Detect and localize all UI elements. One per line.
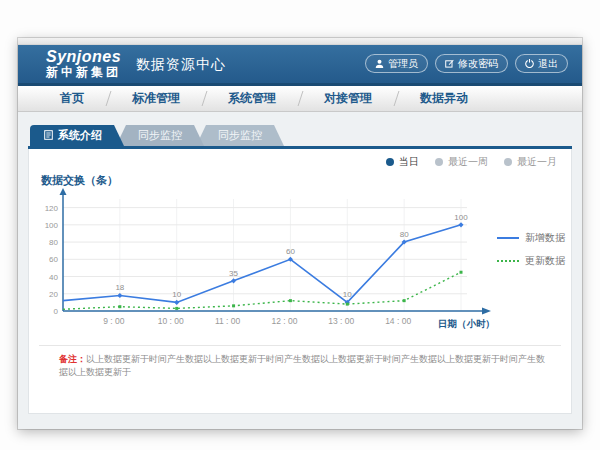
svg-text:60: 60 (49, 255, 58, 264)
svg-text:35: 35 (229, 269, 238, 278)
note-text: 以上数据更新于时间产生数据以上数据更新于时间产生数据以上数据更新于时间产生数据以… (59, 354, 545, 377)
content-area: 系统介绍 同步监控 同步监控 当日 最 (18, 112, 582, 428)
svg-text:100: 100 (454, 213, 468, 222)
radio-dot (504, 158, 512, 166)
app-window: Synjones 新中新集团 数据资源中心 管理员 修改密码 (18, 38, 582, 429)
user-area: 管理员 修改密码 退出 (365, 54, 568, 73)
screenshot-canvas: Synjones 新中新集团 数据资源中心 管理员 修改密码 (0, 0, 600, 450)
logo-text-cn: 新中新集团 (46, 65, 121, 79)
svg-text:20: 20 (49, 290, 58, 299)
change-password-label: 修改密码 (458, 57, 498, 71)
svg-text:日期（小时）: 日期（小时） (438, 318, 495, 330)
svg-text:12 : 00: 12 : 00 (271, 316, 297, 326)
radio-dot (435, 158, 443, 166)
radio-last-week[interactable]: 最近一周 (435, 155, 488, 169)
svg-text:60: 60 (286, 247, 295, 256)
tab-sync-monitor-1[interactable]: 同步监控 (116, 125, 204, 146)
chart-panel: 当日 最近一周 最近一月 数据交换（条） 0204060801001209 : … (28, 149, 572, 414)
legend-item-new-data: 新增数据 (497, 231, 565, 245)
nav-item-standard-mgmt[interactable]: 标准管理 (108, 86, 204, 111)
radio-last-month-label: 最近一月 (517, 155, 557, 169)
admin-user-label: 管理员 (388, 57, 418, 71)
svg-text:120: 120 (45, 204, 59, 213)
tab-bar: 系统介绍 同步监控 同步监控 (30, 125, 284, 146)
svg-text:10: 10 (172, 290, 181, 299)
legend-line-solid (497, 237, 519, 239)
svg-text:13 : 00: 13 : 00 (328, 316, 354, 326)
svg-text:10: 10 (343, 290, 352, 299)
svg-text:14 : 00: 14 : 00 (385, 316, 411, 326)
legend-updated-data-label: 更新数据 (525, 254, 565, 268)
user-icon (375, 59, 384, 68)
svg-text:10 : 00: 10 : 00 (158, 316, 184, 326)
document-icon (44, 130, 53, 142)
legend-new-data-label: 新增数据 (525, 231, 565, 245)
admin-user-button[interactable]: 管理员 (365, 54, 428, 73)
nav-item-integration-mgmt[interactable]: 对接管理 (300, 86, 396, 111)
svg-text:100: 100 (45, 221, 59, 230)
chart-area: 0204060801001209 : 0010 : 0011 : 0012 : … (35, 187, 505, 339)
radio-today-label: 当日 (399, 155, 419, 169)
panel-divider (39, 345, 561, 346)
nav-item-data-change[interactable]: 数据异动 (396, 86, 492, 111)
tab-sync-monitor-2-label: 同步监控 (218, 128, 262, 143)
main-nav: 首页 标准管理 系统管理 对接管理 数据异动 (18, 86, 582, 112)
legend-item-updated-data: 更新数据 (497, 254, 565, 268)
logout-button[interactable]: 退出 (515, 54, 568, 73)
page-title: 数据资源中心 (136, 56, 226, 74)
tab-sync-monitor-2[interactable]: 同步监控 (196, 125, 284, 146)
brand-logo: Synjones 新中新集团 (46, 48, 121, 79)
tab-system-intro[interactable]: 系统介绍 (30, 125, 124, 146)
note-label: 备注： (59, 354, 86, 364)
svg-text:40: 40 (49, 273, 58, 282)
svg-text:11 : 00: 11 : 00 (215, 316, 241, 326)
logout-label: 退出 (538, 57, 558, 71)
radio-last-month[interactable]: 最近一月 (504, 155, 557, 169)
edit-icon (445, 59, 454, 68)
legend-line-dotted (497, 260, 519, 262)
app-header: Synjones 新中新集团 数据资源中心 管理员 修改密码 (18, 45, 582, 83)
time-range-filter: 当日 最近一周 最近一月 (386, 155, 557, 169)
radio-last-week-label: 最近一周 (448, 155, 488, 169)
radio-today[interactable]: 当日 (386, 155, 419, 169)
line-chart: 0204060801001209 : 0010 : 0011 : 0012 : … (35, 187, 505, 339)
svg-text:80: 80 (49, 238, 58, 247)
window-top-strip (18, 38, 582, 45)
power-icon (525, 59, 534, 68)
radio-dot-selected (386, 158, 394, 166)
tab-system-intro-label: 系统介绍 (58, 128, 102, 143)
svg-text:9 : 00: 9 : 00 (103, 316, 125, 326)
svg-text:80: 80 (400, 230, 409, 239)
svg-text:0: 0 (54, 307, 59, 316)
tab-sync-monitor-1-label: 同步监控 (138, 128, 182, 143)
logo-text-en: Synjones (46, 48, 121, 65)
nav-item-home[interactable]: 首页 (36, 86, 108, 111)
chart-legend: 新增数据 更新数据 (497, 231, 565, 268)
svg-text:18: 18 (115, 283, 124, 292)
y-axis-title: 数据交换（条） (41, 173, 118, 188)
nav-item-system-mgmt[interactable]: 系统管理 (204, 86, 300, 111)
footer-note: 备注：以上数据更新于时间产生数据以上数据更新于时间产生数据以上数据更新于时间产生… (59, 353, 551, 379)
change-password-button[interactable]: 修改密码 (435, 54, 508, 73)
